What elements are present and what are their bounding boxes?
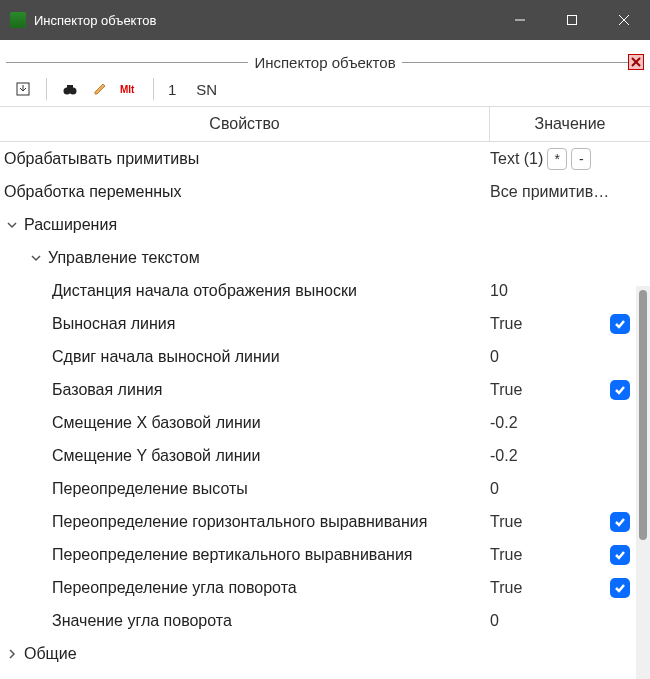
property-name: Переопределение вертикального выравниван…: [52, 546, 413, 564]
window-titlebar: Инспектор объектов: [0, 0, 650, 40]
panel-close-button[interactable]: [628, 54, 644, 70]
table-row[interactable]: Обрабатывать примитивы Text (1) * -: [0, 142, 636, 175]
property-value: 10: [490, 282, 508, 300]
property-name: Смещение X базовой линии: [52, 414, 261, 432]
property-value: 0: [490, 612, 499, 630]
separator: [46, 78, 47, 100]
table-row[interactable]: Переопределение угла поворота True: [0, 571, 636, 604]
chevron-down-icon[interactable]: [28, 253, 44, 263]
property-value: True: [490, 315, 522, 333]
property-grid: Обрабатывать примитивы Text (1) * - Обра…: [0, 142, 636, 670]
checkbox-checked[interactable]: [610, 380, 630, 400]
property-value: -0.2: [490, 414, 518, 432]
table-row[interactable]: Смещение X базовой линии -0.2: [0, 406, 636, 439]
table-row[interactable]: Переопределение горизонтального выравнив…: [0, 505, 636, 538]
wildcard-button[interactable]: *: [547, 148, 567, 170]
panel-header: Инспектор объектов: [0, 52, 650, 72]
svg-rect-9: [67, 85, 73, 89]
toolbar-count: 1: [166, 81, 178, 98]
export-icon[interactable]: [12, 78, 34, 100]
table-row[interactable]: Дистанция начала отображения выноски 10: [0, 274, 636, 307]
toolbar-sn: SN: [194, 81, 219, 98]
maximize-button[interactable]: [546, 0, 598, 40]
scrollbar[interactable]: [636, 286, 650, 679]
table-row[interactable]: Выносная линия True: [0, 307, 636, 340]
close-button[interactable]: [598, 0, 650, 40]
property-value: -0.2: [490, 447, 518, 465]
checkbox-checked[interactable]: [610, 512, 630, 532]
chevron-right-icon[interactable]: [4, 649, 20, 659]
table-row[interactable]: Переопределение высоты 0: [0, 472, 636, 505]
spacer: [0, 40, 650, 52]
property-value: True: [490, 513, 522, 531]
column-value[interactable]: Значение: [490, 115, 650, 133]
separator: [153, 78, 154, 100]
property-value: True: [490, 579, 522, 597]
column-property[interactable]: Свойство: [0, 107, 490, 141]
window-title: Инспектор объектов: [34, 13, 494, 28]
toolbar: MIt 1 SN: [0, 72, 650, 106]
pencil-icon[interactable]: [89, 78, 111, 100]
app-icon: [10, 12, 26, 28]
minimize-button[interactable]: [494, 0, 546, 40]
checkbox-checked[interactable]: [610, 578, 630, 598]
property-name: Обрабатывать примитивы: [4, 150, 199, 168]
minus-button[interactable]: -: [571, 148, 591, 170]
table-row[interactable]: Базовая линия True: [0, 373, 636, 406]
property-name: Дистанция начала отображения выноски: [52, 282, 357, 300]
property-name: Значение угла поворота: [52, 612, 232, 630]
property-name: Сдвиг начала выносной линии: [52, 348, 280, 366]
svg-rect-1: [568, 16, 577, 25]
chevron-down-icon[interactable]: [4, 220, 20, 230]
property-value: Все примитив…: [490, 183, 609, 201]
property-value: Text (1): [490, 150, 543, 168]
property-name: Переопределение угла поворота: [52, 579, 297, 597]
property-name: Расширения: [24, 216, 117, 234]
property-name: Смещение Y базовой линии: [52, 447, 260, 465]
table-row[interactable]: Сдвиг начала выносной линии 0: [0, 340, 636, 373]
tree-node[interactable]: Общие: [0, 637, 636, 670]
binoculars-icon[interactable]: [59, 78, 81, 100]
property-value: 0: [490, 480, 499, 498]
table-row[interactable]: Обработка переменных Все примитив…: [0, 175, 636, 208]
property-name: Общие: [24, 645, 77, 663]
property-value: True: [490, 546, 522, 564]
property-name: Переопределение горизонтального выравнив…: [52, 513, 427, 531]
property-name: Переопределение высоты: [52, 480, 248, 498]
table-row[interactable]: Переопределение вертикального выравниван…: [0, 538, 636, 571]
tree-node[interactable]: Управление текстом: [0, 241, 636, 274]
property-value: 0: [490, 348, 499, 366]
table-row[interactable]: Смещение Y базовой линии -0.2: [0, 439, 636, 472]
checkbox-checked[interactable]: [610, 545, 630, 565]
table-header: Свойство Значение: [0, 106, 650, 142]
tree-node[interactable]: Расширения: [0, 208, 636, 241]
checkbox-checked[interactable]: [610, 314, 630, 334]
property-name: Управление текстом: [48, 249, 200, 267]
scrollbar-thumb[interactable]: [639, 290, 647, 540]
mit-icon[interactable]: MIt: [119, 78, 141, 100]
property-value: True: [490, 381, 522, 399]
property-name: Выносная линия: [52, 315, 175, 333]
svg-text:MIt: MIt: [120, 84, 135, 95]
panel-title: Инспектор объектов: [248, 54, 401, 71]
property-name: Обработка переменных: [4, 183, 182, 201]
property-name: Базовая линия: [52, 381, 162, 399]
table-row[interactable]: Значение угла поворота 0: [0, 604, 636, 637]
